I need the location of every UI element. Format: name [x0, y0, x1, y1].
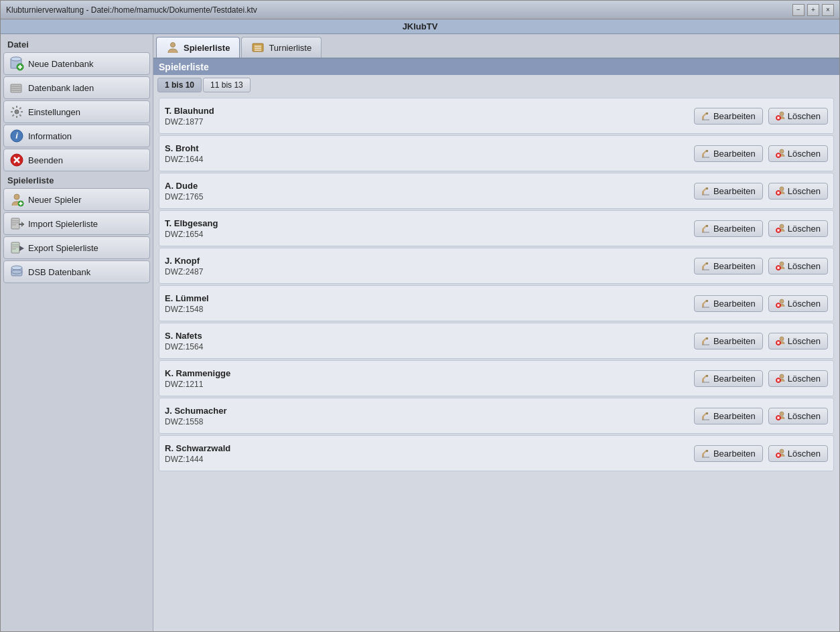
svg-line-14	[13, 108, 14, 109]
bearbeiten-button-3[interactable]: Bearbeiten	[694, 220, 763, 237]
player-dwz: DWZ:1211	[165, 380, 694, 389]
loeschen-label-4: Löschen	[788, 261, 821, 271]
svg-marker-48	[706, 112, 708, 114]
table-row: K. Rammenigge DWZ:1211 Bearbeiten Lösche…	[159, 360, 834, 396]
player-actions: Bearbeiten Löschen	[694, 408, 828, 424]
edit-icon	[701, 224, 711, 233]
player-info: J. Knopf DWZ:2487	[165, 256, 694, 276]
svg-rect-7	[11, 88, 21, 89]
player-info: K. Rammenigge DWZ:1211	[165, 368, 694, 389]
svg-rect-34	[12, 244, 19, 246]
spielerliste-area: Spielerliste 1 bis 10 11 bis 13 T. Blauh…	[153, 59, 839, 631]
loeschen-label-0: Löschen	[788, 111, 821, 121]
table-row: E. Lümmel DWZ:1548 Bearbeiten Löschen	[159, 285, 834, 321]
bearbeiten-button-5[interactable]: Bearbeiten	[694, 295, 763, 312]
bearbeiten-label-6: Bearbeiten	[713, 336, 756, 346]
loeschen-label-9: Löschen	[788, 449, 821, 459]
loeschen-button-4[interactable]: Löschen	[768, 258, 828, 274]
svg-marker-56	[706, 150, 708, 152]
svg-rect-78	[702, 266, 704, 270]
svg-marker-80	[706, 262, 708, 264]
loeschen-button-9[interactable]: Löschen	[768, 445, 828, 462]
sidebar-btn-einstellungen[interactable]: Einstellungen	[3, 100, 150, 123]
sidebar-btn-neue-datenbank[interactable]: Neue Datenbank	[3, 52, 150, 75]
tab-spielerliste[interactable]: Spielerliste	[156, 37, 240, 58]
loeschen-button-1[interactable]: Löschen	[768, 145, 828, 162]
bearbeiten-button-4[interactable]: Bearbeiten	[694, 258, 763, 274]
datenbank-laden-icon	[9, 80, 24, 95]
sidebar-btn-export-spielerliste[interactable]: Export Spielerliste	[3, 236, 150, 259]
svg-marker-64	[706, 187, 708, 189]
tab-turnierliste[interactable]: Turnierliste	[241, 37, 322, 58]
information-icon: i	[9, 129, 24, 143]
sidebar-btn-import-spielerliste[interactable]: Import Spielerliste	[3, 212, 150, 235]
loeschen-button-8[interactable]: Löschen	[768, 408, 828, 424]
sidebar-btn-beenden[interactable]: Beenden	[3, 149, 150, 171]
bearbeiten-button-0[interactable]: Bearbeiten	[694, 108, 763, 125]
sidebar: Datei Neue Datenbank	[1, 34, 153, 631]
svg-rect-36	[12, 248, 16, 250]
player-info: T. Elbgesang DWZ:1654	[165, 218, 694, 239]
svg-point-50	[780, 112, 784, 116]
bearbeiten-button-6[interactable]: Bearbeiten	[694, 333, 763, 349]
close-button[interactable]: ×	[822, 4, 834, 16]
bearbeiten-button-7[interactable]: Bearbeiten	[694, 370, 763, 387]
player-actions: Bearbeiten Löschen	[694, 145, 828, 162]
delete-icon	[776, 261, 785, 270]
player-info: S. Broht DWZ:1644	[165, 143, 694, 164]
loeschen-button-2[interactable]: Löschen	[768, 183, 828, 200]
neue-datenbank-icon	[9, 56, 24, 71]
loeschen-button-3[interactable]: Löschen	[768, 220, 828, 237]
loeschen-button-6[interactable]: Löschen	[768, 333, 828, 349]
svg-rect-110	[702, 416, 704, 420]
svg-line-17	[13, 114, 14, 116]
player-name: T. Elbgesang	[165, 218, 694, 228]
sidebar-btn-information[interactable]: i Information	[3, 125, 150, 147]
player-info: E. Lümmel DWZ:1548	[165, 293, 694, 314]
bearbeiten-button-2[interactable]: Bearbeiten	[694, 183, 763, 200]
sidebar-btn-datenbank-laden[interactable]: Datenbank laden	[3, 76, 150, 99]
player-name: J. Knopf	[165, 256, 694, 266]
page-btn-11-13[interactable]: 11 bis 13	[203, 78, 251, 92]
table-row: R. Schwarzwald DWZ:1444 Bearbeiten Lösch…	[159, 435, 834, 471]
delete-icon	[776, 336, 785, 345]
loeschen-button-5[interactable]: Löschen	[768, 295, 828, 312]
neuer-spieler-icon	[9, 192, 24, 207]
player-name: R. Schwarzwald	[165, 443, 694, 453]
bearbeiten-label-7: Bearbeiten	[713, 374, 756, 384]
loeschen-label-3: Löschen	[788, 224, 821, 234]
player-actions: Bearbeiten Löschen	[694, 333, 828, 349]
svg-point-1	[11, 57, 21, 61]
page-btn-1-10[interactable]: 1 bis 10	[157, 78, 202, 92]
svg-line-16	[19, 108, 21, 109]
window-controls: − + ×	[792, 4, 834, 16]
loeschen-button-0[interactable]: Löschen	[768, 108, 828, 125]
sidebar-btn-neuer-spieler[interactable]: Neuer Spieler	[3, 188, 150, 211]
svg-rect-28	[12, 220, 19, 222]
svg-marker-96	[706, 337, 708, 339]
main-area: Datei Neue Datenbank	[1, 34, 839, 631]
player-dwz: DWZ:2487	[165, 267, 694, 276]
delete-icon	[776, 449, 785, 458]
bearbeiten-button-9[interactable]: Bearbeiten	[694, 445, 763, 462]
bearbeiten-button-8[interactable]: Bearbeiten	[694, 408, 763, 424]
svg-line-15	[19, 114, 21, 116]
import-spielerliste-icon	[9, 216, 24, 231]
svg-point-82	[780, 262, 784, 266]
bearbeiten-label-1: Bearbeiten	[713, 149, 756, 159]
table-row: S. Nafets DWZ:1564 Bearbeiten Löschen	[159, 323, 834, 359]
svg-point-98	[780, 337, 784, 341]
player-actions: Bearbeiten Löschen	[694, 295, 828, 312]
minimize-button[interactable]: −	[792, 4, 804, 16]
player-name: K. Rammenigge	[165, 368, 694, 378]
svg-rect-46	[702, 116, 704, 120]
sidebar-btn-dsb-datenbank[interactable]: DSB Datenbank	[3, 260, 150, 283]
table-row: A. Dude DWZ:1765 Bearbeiten Löschen	[159, 173, 834, 209]
maximize-button[interactable]: +	[807, 4, 819, 16]
loeschen-button-7[interactable]: Löschen	[768, 370, 828, 387]
edit-icon	[701, 261, 711, 270]
bearbeiten-label-9: Bearbeiten	[713, 449, 756, 459]
bearbeiten-button-1[interactable]: Bearbeiten	[694, 145, 763, 162]
loeschen-label-8: Löschen	[788, 411, 821, 421]
player-info: R. Schwarzwald DWZ:1444	[165, 443, 694, 464]
